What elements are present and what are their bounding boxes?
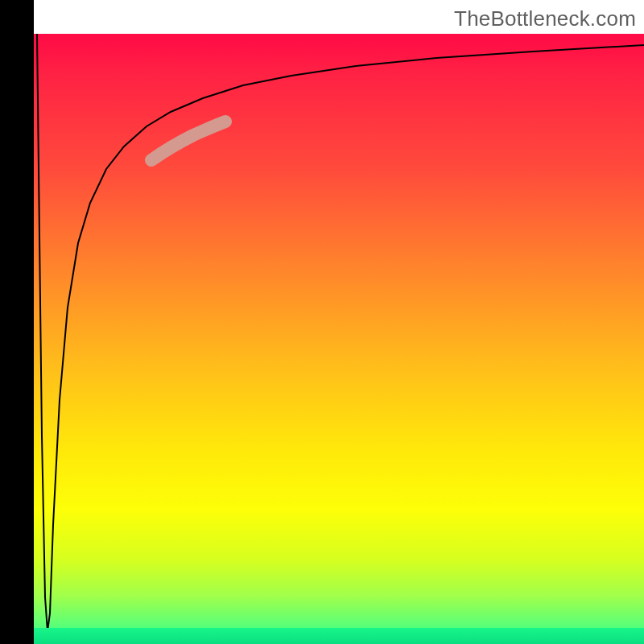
x-axis [0,628,644,644]
chart-container: TheBottleneck.com Bottleneck-style curve… [0,0,644,644]
y-axis [0,0,34,644]
plot-area [34,34,644,644]
watermark-text: TheBottleneck.com [454,6,636,31]
